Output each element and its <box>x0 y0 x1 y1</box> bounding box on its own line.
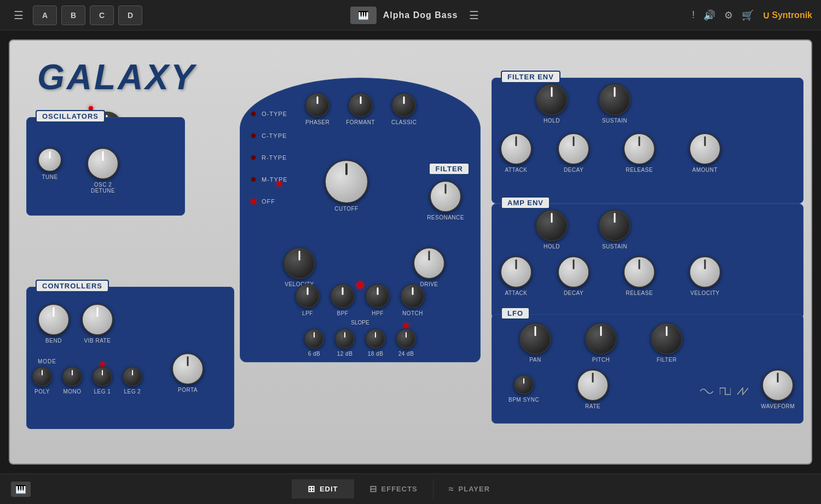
amp-env-sustain-knob[interactable] <box>599 210 631 241</box>
filter-env-release-knob[interactable] <box>623 133 655 165</box>
classic-knob[interactable] <box>392 93 416 117</box>
filter-env-hold-knob[interactable] <box>536 84 568 115</box>
top-bar: ☰ A B C D 🎹 Alpha Dog Bass ☰ ! 🔊 ⚙ 🛒 ∪ S… <box>0 0 821 31</box>
tab-effects[interactable]: ⊟ EFFECTS <box>354 479 433 499</box>
bend-knob[interactable] <box>38 304 70 335</box>
filter-env-decay-knob[interactable] <box>558 133 589 165</box>
vib-rate-knob[interactable] <box>82 304 113 335</box>
amp-env-attack-knob[interactable] <box>500 256 532 288</box>
6db-knob[interactable] <box>304 329 324 349</box>
velocity-knob[interactable] <box>284 247 315 279</box>
piano-bottom-icon[interactable]: 🎹 <box>11 482 31 497</box>
24db-knob[interactable] <box>396 329 416 349</box>
leg2-knob[interactable] <box>123 367 142 386</box>
tune-knob[interactable] <box>38 148 62 172</box>
cart-icon[interactable]: 🛒 <box>742 9 754 21</box>
slope-section: LPF BPF HPF NOTCH SLOPE <box>240 283 481 357</box>
vib-rate-label: VIB RATE <box>84 338 111 344</box>
porta-knob[interactable] <box>172 353 204 385</box>
preset-a-button[interactable]: A <box>33 5 57 25</box>
lfo-pitch-knob-container: PITCH <box>585 323 617 363</box>
lfo-pitch-knob[interactable] <box>585 323 617 355</box>
poly-label: POLY <box>34 389 50 395</box>
speaker-icon[interactable]: 🔊 <box>703 9 715 21</box>
cutoff-knob[interactable] <box>325 160 368 204</box>
preset-d-button[interactable]: D <box>118 5 142 25</box>
amp-env-velocity-knob-container: VELOCITY <box>689 256 721 296</box>
mtype-dot <box>251 177 256 182</box>
otype-label: O-TYPE <box>262 111 287 117</box>
top-filter-types: PHASER FORMANT CLASSIC <box>305 93 417 125</box>
waveform-knob-container: WAVEFORM <box>761 369 795 409</box>
18db-knob[interactable] <box>366 329 385 349</box>
12db-knob[interactable] <box>335 329 355 349</box>
amp-env-velocity-knob[interactable] <box>689 256 721 288</box>
preset-b-button[interactable]: B <box>61 5 85 25</box>
settings-icon[interactable]: ⚙ <box>724 9 733 21</box>
18db-label: 18 dB <box>368 351 384 357</box>
amp-env-release-label: RELEASE <box>626 290 653 296</box>
hpf-knob[interactable] <box>366 284 390 308</box>
filter-type-mtype[interactable]: M-TYPE <box>251 176 288 183</box>
mono-knob[interactable] <box>62 367 82 386</box>
menu-icon[interactable]: ☰ <box>9 5 28 25</box>
6db-label: 6 dB <box>308 351 321 357</box>
preset-c-button[interactable]: C <box>90 5 114 25</box>
synth-panel: GALAXY OSC 2 OSCILLATORS TUNE OSC 2 DETU… <box>9 39 812 465</box>
filter-env-release-knob-container: RELEASE <box>623 133 655 173</box>
piano-icon[interactable]: 🎹 <box>350 7 377 24</box>
filter-env-sustain-knob[interactable] <box>599 84 631 115</box>
filter-type-otype[interactable]: O-TYPE <box>251 111 288 117</box>
filter-env-attack-knob[interactable] <box>500 133 532 165</box>
bpm-sync-knob-container: BPM SYNC <box>508 375 539 403</box>
porta-label: PORTA <box>178 387 198 393</box>
osc2-detune-knob-container: OSC 2 DETUNE <box>87 148 119 194</box>
osc2-detune-knob[interactable] <box>87 148 119 179</box>
amp-env-hold-knob-container: HOLD <box>536 210 568 250</box>
preset-menu-button[interactable]: ☰ <box>464 5 484 25</box>
formant-knob-container: FORMANT <box>346 93 375 125</box>
amp-env-release-knob[interactable] <box>623 256 655 288</box>
leg1-knob[interactable] <box>92 367 112 386</box>
lfo-pan-label: PAN <box>529 357 541 363</box>
phaser-knob[interactable] <box>305 93 329 117</box>
alert-icon[interactable]: ! <box>692 9 695 21</box>
filter-panel: FILTER O-TYPE C-TYPE R-TYPE M-TYPE <box>240 78 481 362</box>
lfo-pan-knob[interactable] <box>519 323 551 355</box>
filter-type-ctype[interactable]: C-TYPE <box>251 132 288 139</box>
mode-label: MODE <box>38 358 56 364</box>
effects-tab-icon: ⊟ <box>369 484 377 494</box>
tab-edit[interactable]: ⊞ EDIT <box>292 479 354 499</box>
bpf-knob-container: BPF <box>331 284 355 316</box>
slope-notch-led <box>358 283 362 287</box>
filter-type-rtype[interactable]: R-TYPE <box>251 154 288 161</box>
bpm-sync-label: BPM SYNC <box>508 397 539 403</box>
bpf-knob[interactable] <box>331 284 355 308</box>
otype-dot <box>251 111 256 117</box>
lfo-rate-knob[interactable] <box>577 369 609 401</box>
amp-env-decay-knob-container: DECAY <box>558 256 589 296</box>
amp-env-hold-knob[interactable] <box>536 210 568 241</box>
filter-type-off[interactable]: OFF <box>251 198 288 205</box>
resonance-knob[interactable] <box>430 181 461 212</box>
filter-env-amount-knob[interactable] <box>689 133 721 165</box>
edit-tab-icon: ⊞ <box>308 484 315 494</box>
mono-knob-container: MONO <box>62 367 82 395</box>
poly-knob[interactable] <box>32 367 52 386</box>
tune-knob-container: TUNE <box>38 148 62 180</box>
bpm-sync-knob[interactable] <box>514 375 534 395</box>
waveform-icons <box>700 387 748 396</box>
amp-env-panel: AMP ENV HOLD SUSTAIN ATTACK DECAY RELEAS… <box>492 204 803 318</box>
formant-knob[interactable] <box>349 93 373 117</box>
amp-env-decay-knob[interactable] <box>558 256 589 288</box>
12db-label: 12 dB <box>337 351 353 357</box>
filter-env-attack-knob-container: ATTACK <box>500 133 532 173</box>
waveform-knob[interactable] <box>762 369 794 401</box>
lpf-knob[interactable] <box>296 284 320 308</box>
lfo-filter-knob[interactable] <box>651 323 683 355</box>
bpf-label: BPF <box>337 310 349 316</box>
hpf-label: HPF <box>372 310 384 316</box>
tab-player[interactable]: ≈ PLAYER <box>433 479 505 499</box>
notch-knob[interactable] <box>401 284 425 308</box>
drive-knob[interactable] <box>413 247 445 279</box>
